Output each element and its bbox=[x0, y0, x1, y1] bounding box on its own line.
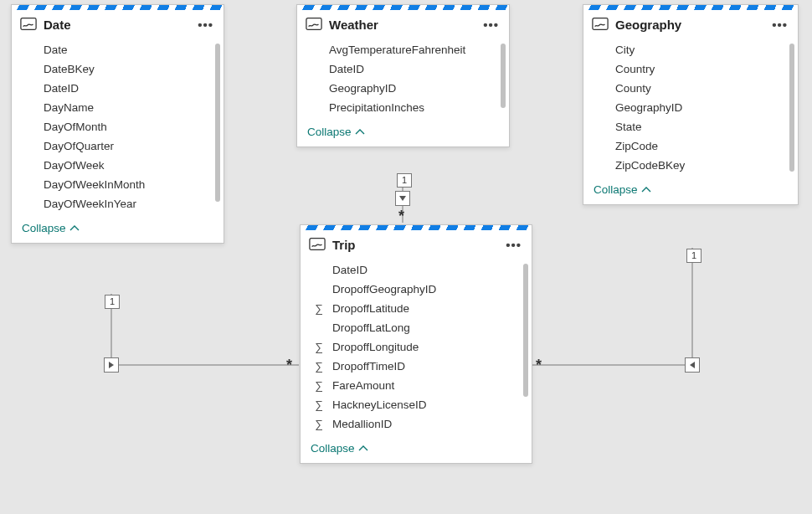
field-name: GeographyID bbox=[329, 82, 499, 95]
field-row[interactable]: DayName bbox=[12, 98, 224, 117]
field-row[interactable]: DayOfQuarter bbox=[12, 136, 224, 156]
field-list: AvgTemperatureFahrenheitDateIDGeographyI… bbox=[297, 37, 509, 121]
field-name: DropoffLongitude bbox=[332, 341, 522, 353]
collapse-label: Collapse bbox=[594, 183, 638, 196]
collapse-button[interactable]: Collapse bbox=[297, 121, 509, 146]
collapse-button[interactable]: Collapse bbox=[301, 437, 532, 463]
field-name: DateID bbox=[44, 82, 213, 95]
field-row[interactable]: DateID bbox=[297, 59, 509, 79]
sigma-icon: ∑ bbox=[312, 398, 326, 411]
field-row[interactable]: Date bbox=[12, 40, 224, 59]
field-name: Country bbox=[615, 63, 788, 75]
table-icon bbox=[306, 17, 322, 32]
table-title: Weather bbox=[329, 18, 475, 32]
field-name: GeographyID bbox=[615, 101, 788, 114]
field-row[interactable]: DropoffLatLong bbox=[301, 318, 532, 337]
filter-direction-arrow bbox=[685, 357, 700, 373]
field-row[interactable]: DateID bbox=[12, 79, 224, 98]
filter-direction-arrow bbox=[395, 191, 410, 206]
more-menu-button[interactable]: ••• bbox=[196, 18, 215, 32]
collapse-button[interactable]: Collapse bbox=[583, 178, 798, 204]
field-row[interactable]: ZipCodeBKey bbox=[583, 156, 798, 175]
field-name: DropoffTimeID bbox=[332, 360, 522, 373]
field-list: CityCountryCountyGeographyIDStateZipCode… bbox=[583, 37, 798, 178]
table-icon bbox=[20, 17, 37, 32]
field-row[interactable]: DayOfWeekInYear bbox=[12, 194, 224, 213]
table-title: Date bbox=[44, 18, 189, 32]
chevron-up-icon bbox=[69, 224, 80, 233]
field-name: DateID bbox=[332, 264, 522, 276]
scroll-thumb[interactable] bbox=[501, 44, 506, 108]
field-name: ZipCode bbox=[615, 140, 788, 152]
field-row[interactable]: GeographyID bbox=[583, 98, 798, 117]
table-card-date[interactable]: Date ••• DateDateBKeyDateIDDayNameDayOfM… bbox=[11, 4, 224, 244]
field-row[interactable]: PrecipitationInches bbox=[297, 98, 509, 117]
field-row[interactable]: AvgTemperatureFahrenheit bbox=[297, 40, 509, 59]
field-row[interactable]: Country bbox=[583, 59, 798, 79]
field-row[interactable]: County bbox=[583, 79, 798, 98]
table-title: Trip bbox=[332, 238, 497, 252]
field-row[interactable]: GeographyID bbox=[297, 79, 509, 98]
table-title: Geography bbox=[615, 18, 763, 32]
scroll-track[interactable] bbox=[789, 44, 794, 172]
field-row[interactable]: DateBKey bbox=[12, 59, 224, 79]
field-name: DayOfMonth bbox=[44, 121, 213, 133]
scroll-track[interactable] bbox=[523, 264, 528, 430]
chevron-up-icon bbox=[641, 186, 651, 194]
table-card-trip[interactable]: Trip ••• DateIDDropoffGeographyID∑Dropof… bbox=[300, 224, 532, 464]
field-row[interactable]: ∑DropoffLatitude bbox=[301, 299, 532, 318]
field-row[interactable]: DayOfWeek bbox=[12, 156, 224, 175]
table-icon bbox=[592, 17, 609, 32]
field-row[interactable]: ∑FareAmount bbox=[301, 376, 532, 395]
field-name: City bbox=[615, 44, 788, 56]
field-row[interactable]: ∑DropoffLongitude bbox=[301, 337, 532, 357]
field-name: State bbox=[615, 121, 788, 133]
more-menu-button[interactable]: ••• bbox=[504, 238, 523, 252]
field-name: MedallionID bbox=[332, 418, 522, 430]
collapse-label: Collapse bbox=[307, 126, 352, 138]
table-card-geography[interactable]: Geography ••• CityCountryCountyGeography… bbox=[583, 4, 799, 205]
collapse-label: Collapse bbox=[22, 222, 66, 234]
collapse-label: Collapse bbox=[311, 442, 355, 455]
sigma-icon: ∑ bbox=[312, 379, 326, 392]
collapse-button[interactable]: Collapse bbox=[12, 217, 224, 243]
chevron-up-icon bbox=[358, 445, 368, 453]
scroll-track[interactable] bbox=[215, 44, 220, 210]
chevron-up-icon bbox=[355, 128, 365, 136]
field-list: DateIDDropoffGeographyID∑DropoffLatitude… bbox=[301, 257, 532, 437]
sigma-icon: ∑ bbox=[312, 302, 326, 315]
field-row[interactable]: DateID bbox=[301, 260, 532, 280]
field-name: Date bbox=[44, 44, 213, 56]
field-name: ZipCodeBKey bbox=[615, 159, 788, 172]
cardinality-badge-date: 1 bbox=[105, 295, 120, 309]
field-row[interactable]: City bbox=[583, 40, 798, 59]
field-name: FareAmount bbox=[332, 379, 522, 392]
field-row[interactable]: ∑MedallionID bbox=[301, 414, 532, 434]
field-name: County bbox=[615, 82, 788, 95]
more-menu-button[interactable]: ••• bbox=[770, 18, 789, 32]
scroll-thumb[interactable] bbox=[789, 44, 794, 172]
field-row[interactable]: ∑HackneyLicenseID bbox=[301, 395, 532, 414]
field-name: DropoffLatLong bbox=[332, 321, 522, 334]
field-name: DayOfQuarter bbox=[44, 140, 213, 152]
table-card-weather[interactable]: Weather ••• AvgTemperatureFahrenheitDate… bbox=[296, 4, 510, 147]
field-row[interactable]: ∑DropoffTimeID bbox=[301, 357, 532, 376]
field-name: DateBKey bbox=[44, 63, 213, 75]
field-row[interactable]: DayOfMonth bbox=[12, 117, 224, 136]
cardinality-badge-weather: 1 bbox=[397, 173, 412, 188]
field-name: DayOfWeek bbox=[44, 159, 213, 172]
cardinality-badge-geography: 1 bbox=[686, 249, 702, 263]
field-name: HackneyLicenseID bbox=[332, 398, 522, 411]
scroll-thumb[interactable] bbox=[215, 44, 220, 202]
sigma-icon: ∑ bbox=[312, 341, 326, 353]
scroll-track[interactable] bbox=[501, 44, 506, 114]
filter-direction-arrow bbox=[104, 357, 119, 373]
field-row[interactable]: State bbox=[583, 117, 798, 136]
field-row[interactable]: DropoffGeographyID bbox=[301, 280, 532, 299]
scroll-thumb[interactable] bbox=[523, 264, 528, 397]
sigma-icon: ∑ bbox=[312, 360, 326, 373]
field-row[interactable]: DayOfWeekInMonth bbox=[12, 175, 224, 194]
field-list: DateDateBKeyDateIDDayNameDayOfMonthDayOf… bbox=[12, 37, 224, 217]
more-menu-button[interactable]: ••• bbox=[481, 18, 501, 32]
field-row[interactable]: ZipCode bbox=[583, 136, 798, 156]
